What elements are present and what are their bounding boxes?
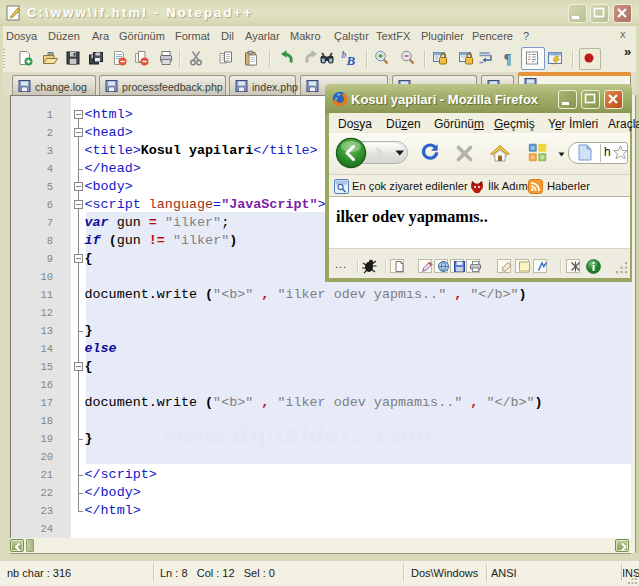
svg-text:¶: ¶ <box>504 51 512 67</box>
svg-text:B: B <box>346 53 356 67</box>
